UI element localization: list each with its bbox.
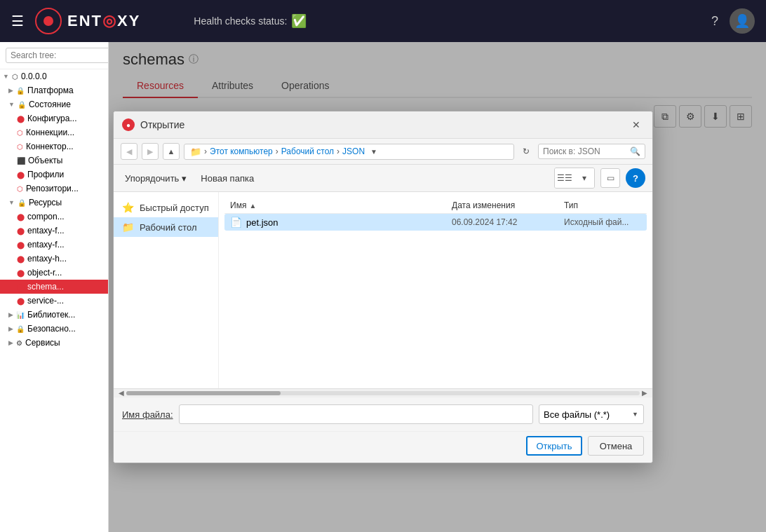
tree-node-label: entaxy-h...	[27, 254, 67, 264]
sidebar-item-servisy[interactable]: ▶ ⚙ Сервисы	[0, 336, 108, 350]
sidebar-item-service[interactable]: ⬤ service-...	[0, 294, 108, 308]
sidebar-item-compon[interactable]: ⬤ compon...	[0, 210, 108, 224]
cancel-button[interactable]: Отмена	[588, 436, 644, 456]
help-button[interactable]: ?	[711, 14, 718, 29]
tree-node-label: Профили	[27, 170, 64, 179]
search-bar-icon[interactable]: 🔍	[630, 146, 640, 156]
desktop-item[interactable]: 📁 Рабочий стол	[114, 217, 218, 237]
tree-node-label: schema...	[27, 282, 64, 292]
tree-caret: ▼	[8, 199, 15, 206]
filename-label: Имя файла:	[122, 409, 173, 420]
tree-node-label: Сервисы	[25, 338, 60, 348]
path-item-computer[interactable]: Этот компьютер	[210, 146, 273, 156]
scrollbar-track[interactable]	[126, 391, 640, 395]
sidebar-item-resursy[interactable]: ▼ 🔒 Ресурсы	[0, 196, 108, 210]
nav-up-button[interactable]: ▲	[163, 143, 180, 160]
item-icon: ⬤	[17, 115, 25, 123]
quick-access-item[interactable]: ⭐ Быстрый доступ	[114, 198, 218, 217]
tree-node-root[interactable]: ▼ ⬡ 0.0.0.0	[0, 69, 108, 83]
search-input-dialog[interactable]	[543, 146, 627, 156]
panel-view-button[interactable]: ▭	[600, 168, 620, 188]
hamburger-icon[interactable]: ☰	[11, 13, 24, 29]
nav-forward-button[interactable]: ▶	[142, 143, 159, 160]
tree-node-label: object-r...	[27, 268, 62, 278]
help-button-dialog[interactable]: ?	[626, 168, 645, 188]
logo-text: ENT◎XY	[67, 12, 140, 30]
col-type-header[interactable]: Тип	[564, 200, 641, 210]
sidebar-item-object-r[interactable]: ⬤ object-r...	[0, 266, 108, 280]
item-icon: ⬡	[17, 185, 23, 193]
folder-icon: 🔒	[18, 101, 26, 109]
sidebar-item-platforma[interactable]: ▶ 🔒 Платформа	[0, 83, 108, 97]
tree-node-label: Библиотек...	[27, 310, 75, 320]
details-view-button[interactable]: ▾	[574, 168, 594, 188]
dialog-sidebar: ⭐ Быстрый доступ 📁 Рабочий стол	[114, 192, 219, 388]
file-dialog: ● Открытие ✕ ◀ ▶ ▲ 📁 › Этот компьютер › …	[113, 111, 653, 463]
tree-node-label: entaxy-f...	[27, 226, 65, 236]
search-input[interactable]	[6, 48, 109, 63]
path-item-json[interactable]: JSON	[342, 146, 365, 156]
sidebar-item-bezopasnost[interactable]: ▶ 🔒 Безопасно...	[0, 322, 108, 336]
item-icon: ⬛	[17, 157, 25, 165]
col-date-header[interactable]: Дата изменения	[452, 200, 564, 210]
organize-button[interactable]: Упорядочить ▾	[121, 171, 191, 186]
dialog-close-button[interactable]: ✕	[629, 117, 644, 132]
scrollbar-thumb[interactable]	[126, 391, 281, 395]
tree-caret: ▼	[8, 101, 15, 108]
path-item-desktop[interactable]: Рабочий стол	[281, 146, 334, 156]
sidebar-item-repozitorii[interactable]: ⬡ Репозитори...	[0, 182, 108, 196]
list-view-button[interactable]: ☰☰	[555, 168, 574, 188]
item-icon: ⬤	[17, 283, 25, 291]
dialog-overlay: ● Открытие ✕ ◀ ▶ ▲ 📁 › Этот компьютер › …	[109, 42, 766, 532]
folder-icon: ⚙	[16, 339, 22, 347]
sidebar-item-schema[interactable]: ⬤ schema...	[0, 280, 108, 294]
new-folder-button[interactable]: Новая папка	[196, 171, 258, 186]
sidebar-item-sostoyanie[interactable]: ▼ 🔒 Состояние	[0, 97, 108, 111]
sort-icon: ▲	[249, 202, 256, 210]
health-icon: ✅	[291, 13, 307, 29]
col-name-header[interactable]: Имя ▲	[230, 200, 452, 210]
content-area: schemas ⓘ Resources Attributes Operation…	[109, 42, 766, 532]
path-sep-2: ›	[337, 146, 340, 156]
path-bar: 📁 › Этот компьютер › Рабочий стол › JSON…	[184, 144, 514, 160]
item-icon: ⬡	[17, 143, 23, 151]
tree-caret: ▶	[8, 339, 13, 346]
filename-input[interactable]	[179, 404, 533, 424]
sidebar-item-obekty[interactable]: ⬛ Объекты	[0, 154, 108, 168]
path-dropdown-icon[interactable]: ▼	[370, 148, 377, 156]
sidebar-item-profili[interactable]: ⬤ Профили	[0, 168, 108, 182]
sidebar-item-config[interactable]: ⬤ Конфигура...	[0, 111, 108, 125]
file-row[interactable]: 📄 pet.json 06.09.2024 17:42 Исходный фай…	[224, 214, 647, 231]
health-check-status: Health checks status: ✅	[194, 13, 307, 29]
desktop-icon: 📁	[122, 221, 134, 233]
dialog-btn-row: Открыть Отмена	[114, 431, 652, 463]
tree-caret: ▶	[8, 87, 13, 94]
tree-node-label: entaxy-f...	[27, 240, 65, 250]
item-icon: ⬤	[17, 171, 25, 179]
path-refresh-button[interactable]: ↻	[518, 144, 534, 159]
sidebar: + − ▼ ⬡ 0.0.0.0 ▶ 🔒 Платформа ▼ 🔒 Состоя…	[0, 42, 109, 532]
sidebar-item-konnektsii[interactable]: ⬡ Коннекции...	[0, 125, 108, 139]
tree-node-label: Объекты	[28, 156, 63, 165]
avatar[interactable]: 👤	[730, 8, 755, 34]
sidebar-item-konnector[interactable]: ⬡ Коннектор...	[0, 139, 108, 154]
item-icon: ⬤	[17, 297, 25, 305]
scroll-right-arrow[interactable]: ▶	[640, 389, 650, 397]
item-icon: ⬤	[17, 227, 25, 235]
tree-node-label: Ресурсы	[29, 198, 62, 207]
sidebar-item-biblioteki[interactable]: ▶ 📊 Библиотек...	[0, 308, 108, 322]
file-list-header: Имя ▲ Дата изменения Тип	[224, 198, 647, 214]
tree-node-label: 0.0.0.0	[21, 71, 47, 81]
file-name: pet.json	[246, 217, 278, 228]
sidebar-item-entaxy-f1[interactable]: ⬤ entaxy-f...	[0, 224, 108, 238]
path-folder-icon: 📁	[190, 146, 201, 157]
path-separator: ›	[204, 146, 207, 156]
sidebar-item-entaxy-h[interactable]: ⬤ entaxy-h...	[0, 252, 108, 266]
open-button[interactable]: Открыть	[526, 436, 582, 456]
dialog-file-area: Имя ▲ Дата изменения Тип 📄 pet.json 06	[219, 192, 652, 388]
scroll-left-arrow[interactable]: ◀	[116, 389, 126, 397]
nav-back-button[interactable]: ◀	[121, 143, 137, 160]
sidebar-item-entaxy-f2[interactable]: ⬤ entaxy-f...	[0, 238, 108, 252]
topbar-right: ? 👤	[711, 8, 755, 34]
filetype-select[interactable]: Все файлы (*.*)	[539, 404, 644, 424]
